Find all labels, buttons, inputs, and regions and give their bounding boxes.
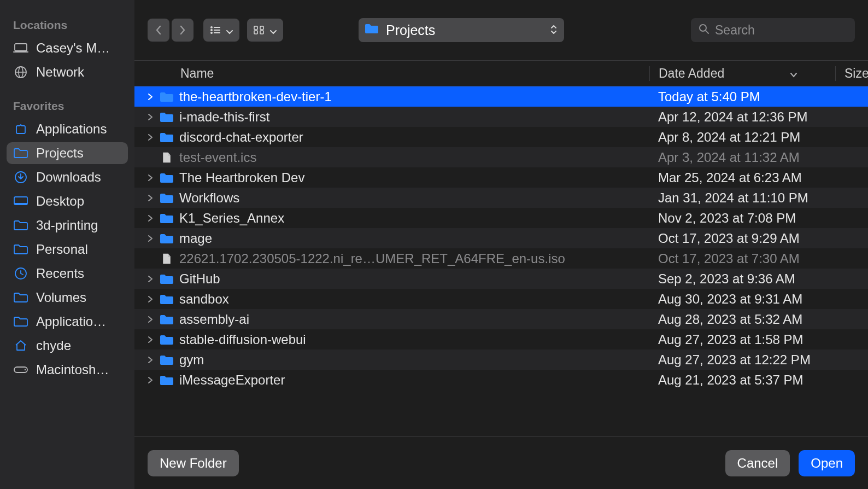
svg-point-11 bbox=[210, 26, 213, 28]
file-name: The Heartbroken Dev bbox=[177, 170, 649, 185]
column-header-name[interactable]: Name bbox=[134, 66, 649, 81]
disclosure-chevron-icon[interactable] bbox=[134, 194, 156, 202]
file-date: Today at 5:40 PM bbox=[649, 89, 868, 104]
file-row[interactable]: sandboxAug 30, 2023 at 9:31 AM bbox=[134, 289, 868, 309]
file-row[interactable]: assembly-aiAug 28, 2023 at 5:32 AM bbox=[134, 309, 868, 329]
sidebar-item-chyde[interactable]: chyde bbox=[7, 335, 128, 357]
sidebar-item-volumes[interactable]: Volumes bbox=[7, 287, 128, 308]
sidebar-item-label: Macintosh… bbox=[36, 362, 109, 377]
applications-icon bbox=[13, 123, 28, 136]
cancel-button[interactable]: Cancel bbox=[725, 450, 790, 476]
file-row[interactable]: GitHubSep 2, 2023 at 9:36 AM bbox=[134, 269, 868, 289]
disclosure-chevron-icon[interactable] bbox=[134, 93, 156, 101]
disclosure-chevron-icon[interactable] bbox=[134, 295, 156, 303]
forward-button[interactable] bbox=[172, 19, 193, 42]
folder-icon bbox=[156, 293, 177, 305]
column-header-date-label: Date Added bbox=[659, 66, 724, 81]
disclosure-chevron-icon[interactable] bbox=[134, 336, 156, 344]
sidebar-item-label: 3d-printing bbox=[36, 218, 98, 233]
folder-icon bbox=[156, 273, 177, 285]
sidebar-item-network[interactable]: Network bbox=[7, 61, 128, 83]
toolbar: Projects bbox=[134, 0, 868, 60]
file-row[interactable]: WorkflowsJan 31, 2024 at 11:10 PM bbox=[134, 188, 868, 208]
disclosure-chevron-icon[interactable] bbox=[134, 214, 156, 222]
chevron-down-icon bbox=[790, 66, 797, 81]
sidebar-item-label: Personal bbox=[36, 242, 88, 257]
disclosure-chevron-icon[interactable] bbox=[134, 275, 156, 283]
file-row[interactable]: The Heartbroken DevMar 25, 2024 at 6:23 … bbox=[134, 167, 868, 188]
file-row[interactable]: gymAug 27, 2023 at 12:22 PM bbox=[134, 350, 868, 370]
folder-icon bbox=[156, 91, 177, 103]
sidebar-item-label: Volumes bbox=[36, 290, 86, 305]
file-date: Jan 31, 2024 at 11:10 PM bbox=[649, 190, 868, 206]
file-date: Apr 12, 2024 at 12:36 PM bbox=[649, 109, 868, 125]
file-date: Aug 27, 2023 at 12:22 PM bbox=[649, 352, 868, 368]
file-date: Apr 8, 2024 at 12:21 PM bbox=[649, 130, 868, 145]
open-button[interactable]: Open bbox=[799, 450, 855, 476]
sidebar-item-label: Desktop bbox=[36, 194, 84, 209]
folder-icon bbox=[156, 313, 177, 325]
disclosure-chevron-icon[interactable] bbox=[134, 376, 156, 384]
file-list[interactable]: the-heartbroken-dev-tier-1Today at 5:40 … bbox=[134, 86, 868, 436]
svg-rect-12 bbox=[214, 27, 220, 28]
sidebar-item-desktop[interactable]: Desktop bbox=[7, 190, 128, 212]
disk-icon bbox=[13, 363, 28, 376]
svg-point-21 bbox=[700, 25, 706, 31]
folder-icon bbox=[156, 354, 177, 366]
list-view-icon bbox=[210, 22, 221, 38]
new-folder-button[interactable]: New Folder bbox=[148, 450, 239, 476]
sidebar-item-label: Projects bbox=[36, 145, 84, 161]
svg-rect-17 bbox=[254, 26, 257, 30]
sidebar-item-label: Applications bbox=[36, 121, 107, 137]
clock-icon bbox=[13, 267, 28, 280]
path-dropdown[interactable]: Projects bbox=[359, 18, 564, 42]
disclosure-chevron-icon[interactable] bbox=[134, 174, 156, 182]
disclosure-chevron-icon[interactable] bbox=[134, 356, 156, 364]
file-row[interactable]: the-heartbroken-dev-tier-1Today at 5:40 … bbox=[134, 86, 868, 107]
search-input[interactable] bbox=[715, 23, 847, 38]
group-by-button[interactable] bbox=[247, 19, 283, 42]
file-name: K1_Series_Annex bbox=[177, 211, 649, 226]
file-row[interactable]: test-event.icsApr 3, 2024 at 11:32 AM bbox=[134, 147, 868, 167]
sidebar-item-label: Network bbox=[36, 65, 84, 80]
file-row[interactable]: mageOct 17, 2023 at 9:29 AM bbox=[134, 228, 868, 248]
sidebar-item-caseys-mac[interactable]: Casey's M… bbox=[7, 37, 128, 59]
svg-rect-14 bbox=[214, 30, 220, 31]
file-row[interactable]: 22621.1702.230505-1222.ni_re…UMER_RET_A6… bbox=[134, 248, 868, 269]
laptop-icon bbox=[13, 42, 28, 55]
sidebar-item-label: Recents bbox=[36, 266, 84, 281]
disclosure-chevron-icon[interactable] bbox=[134, 235, 156, 242]
sidebar-item-applications[interactable]: Applications bbox=[7, 118, 128, 140]
sidebar-item-projects[interactable]: Projects bbox=[7, 142, 128, 164]
file-row[interactable]: iMessageExporterAug 21, 2023 at 5:37 PM bbox=[134, 370, 868, 390]
sidebar-item-label: Casey's M… bbox=[36, 40, 110, 56]
disclosure-chevron-icon[interactable] bbox=[134, 113, 156, 121]
sidebar-item-label: chyde bbox=[36, 338, 71, 353]
sidebar-item-personal[interactable]: Personal bbox=[7, 238, 128, 260]
folder-icon bbox=[156, 131, 177, 143]
sidebar-item-3d-printing[interactable]: 3d-printing bbox=[7, 214, 128, 236]
file-row[interactable]: i-made-this-firstApr 12, 2024 at 12:36 P… bbox=[134, 107, 868, 127]
file-row[interactable]: stable-diffusion-webuiAug 27, 2023 at 1:… bbox=[134, 329, 868, 350]
file-date: Apr 3, 2024 at 11:32 AM bbox=[649, 150, 868, 165]
sidebar-section-favorites: Favorites bbox=[7, 97, 128, 116]
sidebar-item-recents[interactable]: Recents bbox=[7, 263, 128, 284]
column-header-date[interactable]: Date Added bbox=[649, 66, 835, 81]
file-row[interactable]: discord-chat-exporterApr 8, 2024 at 12:2… bbox=[134, 127, 868, 147]
disclosure-chevron-icon[interactable] bbox=[134, 316, 156, 323]
file-row[interactable]: K1_Series_AnnexNov 2, 2023 at 7:08 PM bbox=[134, 208, 868, 228]
desktop-icon bbox=[13, 195, 28, 208]
back-button[interactable] bbox=[148, 19, 169, 42]
sidebar-item-applications-2[interactable]: Applicatio… bbox=[7, 311, 128, 333]
column-header-row: Name Date Added Size bbox=[134, 60, 868, 86]
file-name: i-made-this-first bbox=[177, 109, 649, 125]
path-title: Projects bbox=[386, 22, 542, 38]
sidebar-item-macintosh-hd[interactable]: Macintosh… bbox=[7, 359, 128, 381]
file-date: Oct 17, 2023 at 9:29 AM bbox=[649, 231, 868, 246]
search-field[interactable] bbox=[691, 18, 855, 42]
view-mode-list-button[interactable] bbox=[203, 19, 239, 42]
svg-rect-16 bbox=[214, 32, 220, 33]
sidebar-item-downloads[interactable]: Downloads bbox=[7, 166, 128, 188]
disclosure-chevron-icon[interactable] bbox=[134, 133, 156, 141]
column-header-size[interactable]: Size bbox=[835, 66, 868, 81]
